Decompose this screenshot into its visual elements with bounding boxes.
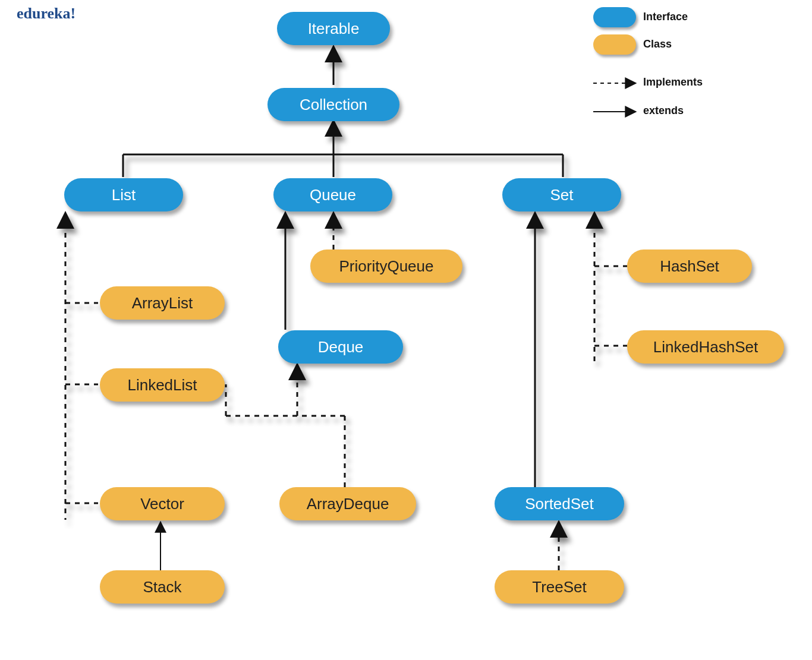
legend-implements-label: Implements bbox=[643, 76, 703, 89]
node-linkedlist: LinkedList bbox=[100, 368, 225, 402]
node-iterable: Iterable bbox=[277, 12, 390, 45]
legend-class-label: Class bbox=[643, 38, 672, 50]
legend-extends-label: extends bbox=[643, 105, 684, 117]
node-priorityqueue: PriorityQueue bbox=[310, 250, 462, 283]
node-linkedhashset: LinkedHashSet bbox=[627, 330, 784, 364]
node-list: List bbox=[64, 178, 183, 211]
node-set: Set bbox=[502, 178, 621, 211]
node-collection: Collection bbox=[267, 88, 399, 121]
node-stack: Stack bbox=[100, 570, 225, 604]
node-arraydeque: ArrayDeque bbox=[279, 487, 416, 520]
diagram-root: Interface Class Implements extends Itera… bbox=[0, 0, 812, 660]
legend-interface-label: Interface bbox=[643, 11, 688, 23]
node-hashset: HashSet bbox=[627, 250, 752, 283]
legend-interface-swatch bbox=[593, 7, 636, 27]
node-queue: Queue bbox=[273, 178, 392, 211]
brand-logo: edureka! bbox=[17, 5, 75, 23]
node-arraylist: ArrayList bbox=[100, 286, 225, 320]
node-treeset: TreeSet bbox=[495, 570, 624, 604]
legend-class-swatch bbox=[593, 34, 636, 55]
node-sortedset: SortedSet bbox=[495, 487, 624, 520]
node-deque: Deque bbox=[278, 330, 403, 364]
node-vector: Vector bbox=[100, 487, 225, 520]
